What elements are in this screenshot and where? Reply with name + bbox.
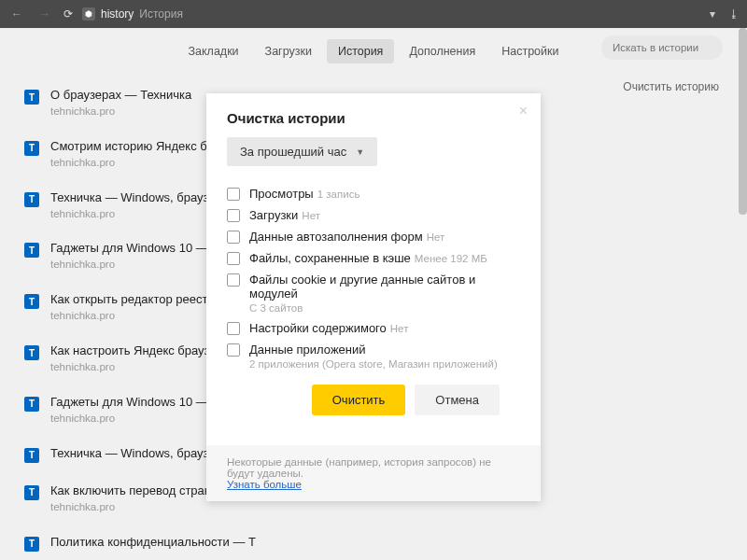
favicon: T — [24, 448, 39, 463]
footer-note: Некоторые данные (например, история запр… — [227, 456, 491, 479]
url-title: История — [139, 7, 183, 21]
forward-button[interactable]: → — [35, 7, 54, 21]
clear-button[interactable]: Очистить — [312, 385, 406, 415]
favicon: T — [24, 141, 39, 156]
checkbox[interactable] — [227, 209, 240, 222]
tab-addons[interactable]: Дополнения — [398, 39, 486, 63]
history-domain: tehnichka.pro — [50, 105, 191, 119]
favicon: T — [24, 485, 39, 500]
tabs-row: Закладки Загрузки История Дополнения Нас… — [0, 28, 747, 71]
checkbox[interactable] — [227, 343, 240, 357]
shield-icon: ⬢ — [82, 7, 95, 21]
tab-bookmarks[interactable]: Закладки — [176, 39, 249, 63]
history-title: Политика конфиденциальности — Т — [50, 535, 256, 551]
checkbox[interactable] — [227, 273, 240, 287]
favicon: T — [24, 397, 39, 412]
checkbox[interactable] — [227, 188, 240, 201]
history-title: О браузерах — Техничка — [50, 88, 191, 104]
tab-history[interactable]: История — [327, 39, 394, 63]
tab-settings[interactable]: Настройки — [490, 39, 570, 63]
check-content[interactable]: Настройки содержимогоНет — [227, 317, 520, 339]
address-bar[interactable]: ⬢ history История — [82, 7, 700, 21]
checkbox[interactable] — [227, 231, 240, 244]
scrollbar[interactable] — [739, 28, 747, 215]
favicon: T — [24, 294, 39, 309]
clear-history-dialog: × Очистка истории За прошедший час ▼ Про… — [206, 93, 541, 501]
check-views[interactable]: Просмотры1 запись — [227, 183, 520, 204]
check-cookies[interactable]: Файлы cookie и другие данные сайтов и мо… — [227, 269, 520, 317]
reload-button[interactable]: ⟳ — [63, 7, 73, 21]
check-downloads[interactable]: ЗагрузкиНет — [227, 204, 520, 226]
cancel-button[interactable]: Отмена — [415, 385, 500, 415]
browser-toolbar: ← → ⟳ ⬢ history История ▾ ⭳ — [0, 0, 747, 28]
dialog-title: Очистка истории — [206, 93, 541, 137]
search-input[interactable] — [601, 35, 723, 60]
bookmark-icon[interactable]: ▾ — [710, 7, 715, 21]
check-autofill[interactable]: Данные автозаполнения формНет — [227, 226, 520, 247]
favicon: T — [24, 345, 39, 360]
time-range-label: За прошедший час — [240, 145, 346, 159]
time-range-select[interactable]: За прошедший час ▼ — [227, 137, 377, 166]
check-apps[interactable]: Данные приложений2 приложения (Opera sto… — [227, 339, 520, 373]
favicon: T — [24, 243, 39, 258]
history-domain: tehnichka.pro — [50, 500, 256, 514]
clear-history-link[interactable]: Очистить историю — [623, 80, 719, 93]
history-item[interactable]: TПолитика конфиденциальности — Т — [24, 527, 723, 560]
checkbox[interactable] — [227, 252, 240, 265]
back-button[interactable]: ← — [7, 7, 26, 21]
check-cache[interactable]: Файлы, сохраненные в кэшеМенее 192 МБ — [227, 247, 520, 269]
favicon: T — [24, 537, 39, 552]
favicon: T — [24, 90, 39, 105]
checkbox[interactable] — [227, 322, 240, 335]
close-icon[interactable]: × — [519, 103, 528, 119]
tab-downloads[interactable]: Загрузки — [254, 39, 323, 63]
download-icon[interactable]: ⭳ — [728, 7, 740, 21]
favicon: T — [24, 192, 39, 207]
chevron-down-icon: ▼ — [356, 147, 364, 157]
learn-more-link[interactable]: Узнать больше — [227, 479, 302, 490]
dialog-footer: Некоторые данные (например, история запр… — [206, 445, 541, 501]
url-label: history — [101, 7, 134, 21]
